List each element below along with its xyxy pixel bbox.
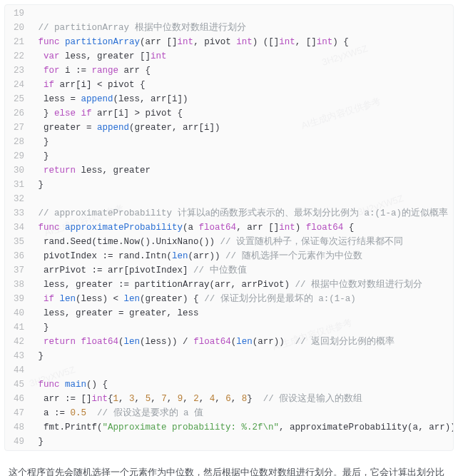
- code-line: [30, 363, 453, 378]
- line-number: 42: [5, 335, 30, 349]
- line-number: 19: [5, 6, 30, 21]
- code-line: // partitionArray 根据中位数对数组进行划分: [30, 21, 453, 35]
- line-number: 24: [5, 78, 30, 92]
- line-number: 47: [5, 406, 30, 420]
- code-line: } else if arr[i] > pivot {: [30, 106, 453, 121]
- line-number: 41: [5, 320, 30, 335]
- line-number: 30: [5, 163, 30, 178]
- code-line: arrPivot := arr[pivotIndex] // 中位数值: [30, 263, 453, 278]
- line-number: 29: [5, 149, 30, 163]
- code-line: less, greater = greater, less: [30, 306, 453, 320]
- code-line: [30, 6, 453, 21]
- line-number: 44: [5, 363, 30, 378]
- line-number: 31: [5, 178, 30, 192]
- explanation-text: 这个程序首先会随机选择一个元素作为中位数，然后根据中位数对数组进行划分。最后，它…: [4, 451, 454, 476]
- line-number: 36: [5, 249, 30, 263]
- line-number: 38: [5, 278, 30, 292]
- line-number: 21: [5, 35, 30, 49]
- line-number: 45: [5, 378, 30, 392]
- code-line: }: [30, 149, 453, 163]
- line-number: 26: [5, 106, 30, 121]
- line-number: 27: [5, 121, 30, 135]
- code-block: 1920212223242526272829303132333435363738…: [4, 4, 454, 451]
- code-line: arr := []int{1, 3, 5, 7, 9, 2, 4, 6, 8} …: [30, 392, 453, 406]
- code-line: }: [30, 349, 453, 363]
- line-number: 43: [5, 349, 30, 363]
- code-line: [30, 192, 453, 206]
- code-line: }: [30, 178, 453, 192]
- line-number: 20: [5, 21, 30, 35]
- code-line: // approximateProbability 计算以a的函数形式表示的、最…: [30, 206, 453, 221]
- code-line: greater = append(greater, arr[i]): [30, 121, 453, 135]
- code-line: for i := range arr {: [30, 64, 453, 78]
- line-number: 23: [5, 64, 30, 78]
- line-number: 49: [5, 435, 30, 449]
- line-number: 32: [5, 192, 30, 206]
- line-number: 22: [5, 49, 30, 64]
- line-number: 40: [5, 306, 30, 320]
- line-number: 25: [5, 92, 30, 106]
- code-line: return float64(len(less)) / float64(len(…: [30, 335, 453, 349]
- code-line: func approximateProbability(a float64, a…: [30, 221, 453, 235]
- line-number-gutter: 1920212223242526272829303132333435363738…: [5, 5, 30, 450]
- code-line: a := 0.5 // 假设这是要求的 a 值: [30, 406, 453, 420]
- code-line: func main() {: [30, 378, 453, 392]
- code-line: }: [30, 435, 453, 449]
- code-line: var less, greater []int: [30, 49, 453, 64]
- code-line: less = append(less, arr[i]): [30, 92, 453, 106]
- code-line: }: [30, 135, 453, 149]
- line-number: 33: [5, 206, 30, 221]
- line-number: 35: [5, 235, 30, 249]
- code-line: fmt.Printf("Approximate probability: %.2…: [30, 420, 453, 435]
- code-line: func partitionArray(arr []int, pivot int…: [30, 35, 453, 49]
- code-line: if arr[i] < pivot {: [30, 78, 453, 92]
- code-line: rand.Seed(time.Now().UnixNano()) // 设置随机…: [30, 235, 453, 249]
- line-number: 46: [5, 392, 30, 406]
- code-line: }: [30, 320, 453, 335]
- line-number: 34: [5, 221, 30, 235]
- line-number: 28: [5, 135, 30, 149]
- line-number: 37: [5, 263, 30, 278]
- code-line: if len(less) < len(greater) { // 保证划分比例是…: [30, 292, 453, 306]
- line-number: 39: [5, 292, 30, 306]
- code-content[interactable]: // partitionArray 根据中位数对数组进行划分 func part…: [30, 5, 453, 450]
- code-line: less, greater := partitionArray(arr, arr…: [30, 278, 453, 292]
- line-number: 48: [5, 420, 30, 435]
- code-line: return less, greater: [30, 163, 453, 178]
- code-line: pivotIndex := rand.Intn(len(arr)) // 随机选…: [30, 249, 453, 263]
